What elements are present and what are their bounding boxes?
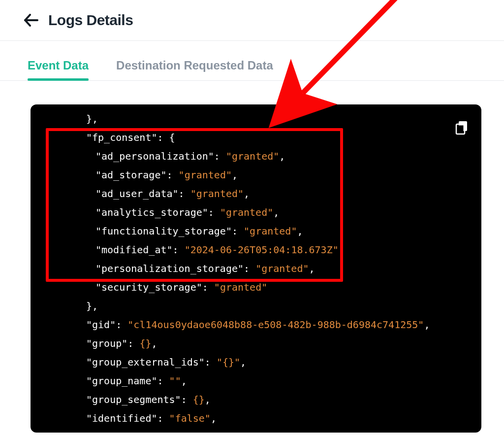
code-line: }, (45, 297, 467, 315)
code-line: "analytics_storage": "granted", (45, 203, 467, 222)
code-line: "fp_consent": { (45, 128, 467, 147)
code-line: "ad_personalization": "granted", (45, 147, 467, 166)
content-stage: }, "fp_consent": { "ad_personalization":… (0, 81, 504, 433)
code-line: "group": {}, (45, 334, 467, 353)
code-line: }, (45, 109, 467, 128)
back-arrow-icon[interactable] (24, 14, 38, 27)
code-line: "identified": "false", (45, 409, 467, 428)
code-line: "functionality_storage": "granted", (45, 222, 467, 240)
code-line: "gid": "cl14ous0ydaoe6048b88-e508-482b-9… (45, 315, 467, 334)
page-title: Logs Details (48, 12, 133, 29)
copy-icon[interactable] (455, 120, 469, 141)
code-line: "security_storage": "granted" (45, 278, 467, 297)
code-line: "group_segments": {}, (45, 390, 467, 409)
header-bar: Logs Details (0, 0, 504, 41)
tab-event-data[interactable]: Event Data (28, 59, 89, 80)
code-panel: }, "fp_consent": { "ad_personalization":… (31, 104, 481, 433)
code-line: "ad_user_data": "granted", (45, 184, 467, 203)
code-line: "group_external_ids": "{}", (45, 353, 467, 371)
tab-destination-requested-data[interactable]: Destination Requested Data (116, 59, 273, 80)
code-line: "group_name": "", (45, 371, 467, 390)
svg-rect-3 (458, 126, 464, 133)
code-line: "personalization_storage": "granted", (45, 259, 467, 278)
code-line: "ad_storage": "granted", (45, 166, 467, 184)
tab-bar: Event Data Destination Requested Data (0, 41, 504, 81)
code-line: "modified_at": "2024-06-26T05:04:18.673Z… (45, 240, 467, 259)
